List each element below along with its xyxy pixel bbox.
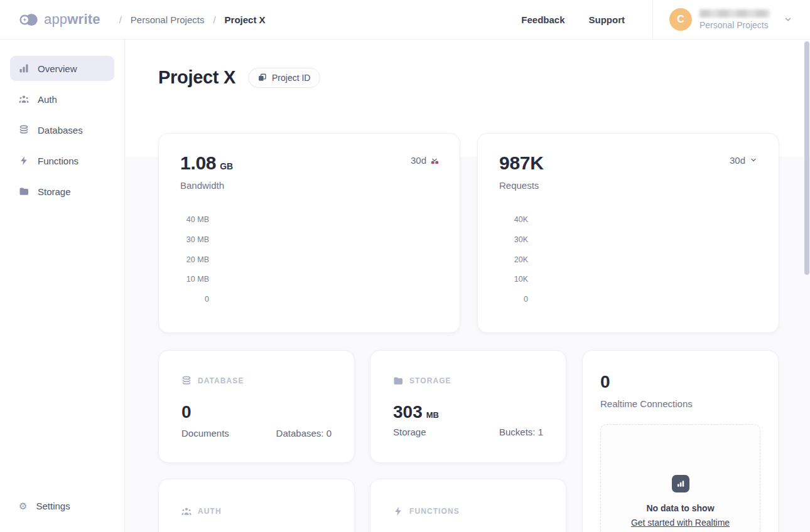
documents-count: 0 [181, 402, 332, 422]
sidebar-item-label: Storage [38, 186, 71, 197]
vertical-scrollbar-thumb[interactable] [804, 41, 809, 275]
users-icon [19, 94, 29, 104]
sidebar-item-auth[interactable]: Auth [10, 87, 114, 112]
functions-card: FUNCTIONS [370, 479, 566, 532]
breadcrumb-separator: / [213, 14, 215, 25]
bandwidth-value: 1.08GB [180, 152, 233, 174]
sidebar-item-functions[interactable]: Functions [10, 148, 114, 173]
storage-card-header: STORAGE [393, 376, 543, 386]
buckets-meta: Buckets: 1 [499, 427, 543, 437]
databases-meta: Databases: 0 [276, 428, 332, 439]
user-org-label: Personal Projects [699, 20, 770, 30]
bandwidth-bar-chart [217, 220, 438, 300]
sidebar-item-overview[interactable]: Overview [10, 56, 114, 81]
bar-chart-icon [19, 63, 29, 73]
sidebar: Overview Auth Databases Functions Storag… [0, 40, 125, 532]
get-started-realtime-link[interactable]: Get started with Realtime [631, 518, 730, 528]
breadcrumb: / Personal Projects / Project X [119, 14, 266, 25]
realtime-connections-count: 0 [600, 372, 760, 392]
sidebar-item-label: Databases [38, 125, 83, 136]
sidebar-item-label: Settings [36, 501, 70, 511]
sidebar-item-label: Overview [38, 63, 77, 74]
main-content: Project X Project ID 1.08GB Bandwidth 30… [126, 40, 810, 532]
requests-value: 987K [499, 152, 544, 174]
breadcrumb-personal-projects[interactable]: Personal Projects [131, 14, 205, 25]
realtime-connections-label: Realtime Connections [600, 398, 760, 409]
copy-icon [258, 73, 266, 82]
no-data-chart-icon [672, 475, 689, 492]
requests-period-dropdown[interactable]: 30d [730, 152, 757, 191]
storage-card: STORAGE 303MB Storage Buckets: 1 [370, 350, 566, 463]
requests-line-chart [536, 220, 757, 300]
database-icon [181, 376, 192, 386]
realtime-card: 0 Realtime Connections No data to show G… [582, 350, 779, 532]
realtime-empty-state: No data to show Get started with Realtim… [600, 424, 760, 532]
appwrite-logo-icon [19, 13, 39, 27]
page-title: Project X [158, 67, 235, 88]
folder-icon [19, 186, 29, 196]
database-card-header: DATABASE [181, 376, 332, 386]
chevron-down-icon [431, 156, 438, 164]
support-button[interactable]: Support [589, 14, 625, 25]
requests-y-axis: 40K30K20K10K0 [499, 220, 528, 300]
bandwidth-card: 1.08GB Bandwidth 30d 40 MB30 MB20 MB10 M… [158, 133, 460, 333]
project-id-badge[interactable]: Project ID [248, 68, 320, 88]
breadcrumb-separator: / [119, 14, 122, 25]
feedback-button[interactable]: Feedback [521, 14, 564, 25]
lightning-icon [19, 156, 29, 166]
no-data-text: No data to show [646, 503, 714, 513]
avatar: C [669, 8, 692, 31]
functions-card-header: FUNCTIONS [393, 506, 543, 516]
logo-text: appwrite [44, 11, 100, 28]
storage-label: Storage [393, 427, 426, 437]
bandwidth-y-axis: 40 MB30 MB20 MB10 MB0 [180, 220, 209, 300]
auth-card-header: AUTH [181, 506, 332, 516]
documents-label: Documents [181, 428, 229, 439]
top-header: appwrite / Personal Projects / Project X… [0, 0, 810, 40]
auth-card: AUTH [158, 479, 355, 532]
storage-amount: 303MB [393, 386, 543, 422]
user-menu[interactable]: C Personal Projects [652, 0, 810, 39]
chevron-down-icon [750, 156, 757, 164]
sidebar-item-label: Auth [38, 94, 57, 105]
sidebar-item-settings[interactable]: ⚙ Settings [10, 493, 114, 518]
database-icon [19, 125, 29, 135]
requests-card: 987K Requests 30d 40K30K20K10K0 [477, 133, 779, 333]
breadcrumb-project-x[interactable]: Project X [225, 14, 266, 25]
appwrite-logo[interactable]: appwrite [19, 11, 100, 28]
chevron-down-icon [784, 15, 792, 24]
gear-icon: ⚙ [19, 501, 27, 511]
user-name-redacted [699, 9, 770, 18]
sidebar-item-label: Functions [38, 156, 78, 166]
database-card: DATABASE 0 Documents Databases: 0 [158, 350, 355, 463]
bandwidth-label: Bandwidth [180, 180, 233, 191]
sidebar-item-storage[interactable]: Storage [10, 179, 114, 204]
folder-icon [393, 376, 403, 386]
requests-label: Requests [499, 180, 544, 191]
users-icon [181, 506, 192, 516]
lightning-icon [393, 506, 403, 516]
project-id-badge-label: Project ID [272, 73, 310, 83]
sidebar-item-databases[interactable]: Databases [10, 117, 114, 142]
bandwidth-period-dropdown[interactable]: 30d [411, 152, 438, 191]
